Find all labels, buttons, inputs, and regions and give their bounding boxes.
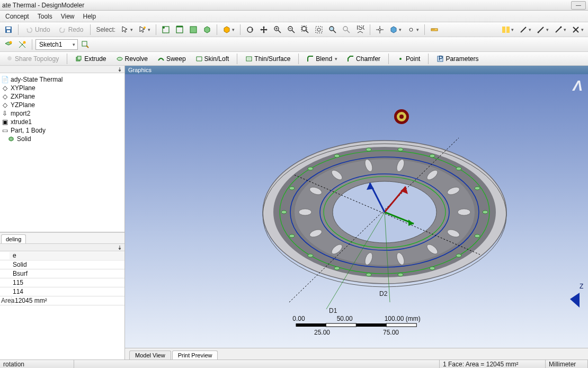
zoom-in-icon[interactable] bbox=[271, 24, 284, 36]
tree-item-solid[interactable]: Solid bbox=[0, 135, 124, 143]
graphics-viewport[interactable]: D1 D2 Λ Z 0.00 50.00 100.00 (mm) bbox=[125, 74, 588, 348]
new-plane-icon[interactable] bbox=[2, 39, 15, 50]
zoom-fit-icon[interactable] bbox=[299, 24, 311, 36]
line-tool-3-icon[interactable]: ▾ bbox=[552, 24, 568, 36]
sel-face-icon[interactable] bbox=[187, 24, 200, 36]
extrude-button[interactable]: Extrude bbox=[72, 54, 110, 64]
svg-point-17 bbox=[302, 27, 306, 31]
menu-help[interactable]: Help bbox=[79, 12, 101, 21]
look-at-icon[interactable] bbox=[373, 24, 386, 36]
undo-button[interactable]: Undo bbox=[22, 24, 54, 36]
menu-concept[interactable]: Concept bbox=[1, 12, 33, 21]
display-mode-icon[interactable]: ▾ bbox=[387, 24, 404, 36]
doc-icon: 📄 bbox=[1, 76, 8, 83]
svg-point-47 bbox=[23, 41, 26, 43]
display-plane-icon[interactable]: ▾ bbox=[405, 24, 421, 36]
svg-point-44 bbox=[10, 41, 12, 43]
tab-print-preview[interactable]: Print Preview bbox=[172, 351, 218, 360]
thin-surface-button[interactable]: Thin/Surface bbox=[242, 54, 294, 64]
cursor-icon[interactable]: ▾ bbox=[119, 24, 135, 36]
tree-item-parts[interactable]: ▭Part, 1 Body bbox=[0, 126, 124, 135]
sel-vertex-icon[interactable] bbox=[159, 24, 172, 36]
sketch-edit-icon[interactable] bbox=[79, 39, 92, 50]
zoom-sel-icon[interactable] bbox=[326, 24, 339, 36]
zoom-prev-icon[interactable] bbox=[340, 24, 353, 36]
pan-icon[interactable] bbox=[257, 24, 270, 36]
ruler-icon[interactable] bbox=[428, 24, 441, 36]
plane-toolbar: Sketch1 bbox=[0, 37, 588, 52]
pin-icon[interactable] bbox=[117, 67, 122, 72]
sweep-button[interactable]: Sweep bbox=[154, 54, 190, 64]
menu-tools[interactable]: Tools bbox=[33, 12, 57, 21]
view-triad[interactable]: Z bbox=[567, 283, 585, 311]
menu-view[interactable]: View bbox=[57, 12, 79, 21]
skinloft-label: Skin/Loft bbox=[204, 55, 229, 63]
rotate-icon[interactable] bbox=[244, 24, 256, 36]
cursor-new-icon[interactable]: ▾ bbox=[136, 24, 153, 36]
rotation-gizmo-icon[interactable] bbox=[394, 109, 409, 124]
sel-body-icon[interactable] bbox=[201, 24, 213, 36]
point-button[interactable]: Point bbox=[393, 54, 424, 64]
details-114[interactable]: 114 bbox=[10, 288, 124, 295]
details-solid[interactable]: Solid bbox=[10, 261, 124, 268]
tab-model-view[interactable]: Model View bbox=[129, 351, 171, 360]
svg-point-99 bbox=[430, 154, 435, 157]
sweep-label: Sweep bbox=[166, 55, 186, 63]
undo-label: Undo bbox=[35, 26, 50, 33]
svg-point-98 bbox=[398, 148, 403, 151]
tree-item-import[interactable]: ⇩mport2 bbox=[0, 109, 124, 118]
redo-label: Redo bbox=[68, 26, 84, 33]
svg-point-100 bbox=[456, 167, 461, 170]
zoom-box-icon[interactable] bbox=[313, 24, 325, 36]
tree-item-extrude1[interactable]: ▣xtrude1 bbox=[0, 118, 124, 126]
svg-rect-50 bbox=[77, 56, 81, 60]
scale-bar: 0.00 50.00 100.00 (mm) 25.00 75.00 bbox=[292, 315, 420, 336]
line-tool-2-icon[interactable]: ▾ bbox=[534, 24, 551, 36]
svg-rect-1 bbox=[6, 27, 11, 29]
tree-item-xyplane[interactable]: ◇XYPlane bbox=[0, 84, 124, 92]
svg-line-23 bbox=[333, 30, 336, 33]
redo-button[interactable]: Redo bbox=[55, 24, 87, 36]
chamfer-button[interactable]: Chamfer bbox=[343, 54, 384, 64]
svg-line-11 bbox=[278, 30, 281, 33]
zoom-out-icon[interactable] bbox=[285, 24, 298, 36]
plane-icon: ◇ bbox=[1, 93, 8, 100]
parts-icon: ▭ bbox=[1, 127, 8, 134]
pin-icon[interactable] bbox=[117, 245, 122, 250]
svg-rect-2 bbox=[7, 30, 10, 32]
tree-item-zxplane[interactable]: ◇ZXPlane bbox=[0, 92, 124, 101]
revolve-button[interactable]: Revolve bbox=[112, 54, 152, 64]
minimize-button[interactable]: — bbox=[571, 1, 586, 10]
line-tool-4-icon[interactable]: ▾ bbox=[569, 24, 586, 36]
new-sketch-icon[interactable] bbox=[16, 39, 29, 50]
blend-button[interactable]: Blend▾ bbox=[303, 54, 341, 64]
modeling-toolbar: Share Topology Extrude Revolve Sweep Ski… bbox=[0, 52, 588, 66]
outline-tree[interactable]: 📄ady-State Thermal ◇XYPlane ◇ZXPlane ◇YZ… bbox=[0, 73, 124, 232]
details-table: e Solid Bsurf 115 114 Area12045 mm² bbox=[0, 251, 124, 360]
parameters-button[interactable]: PParameters bbox=[433, 54, 482, 64]
tab-modeling[interactable]: deling bbox=[1, 234, 26, 243]
tree-item-yzplane[interactable]: ◇YZPlane bbox=[0, 101, 124, 109]
extend-sel-icon[interactable]: ▾ bbox=[220, 24, 237, 36]
line-tool-1-icon[interactable]: ▾ bbox=[517, 24, 533, 36]
svg-text:ISO: ISO bbox=[357, 25, 364, 31]
details-bsurf[interactable]: Bsurf bbox=[10, 270, 124, 277]
sel-edge-icon[interactable] bbox=[173, 24, 186, 36]
iso-view-icon[interactable]: ISO bbox=[354, 24, 367, 36]
svg-text:P: P bbox=[439, 55, 443, 62]
main-toolbar: Undo Redo Select: ▾ ▾ ▾ ISO ▾ ▾ ▾ ▾ ▾ ▾ … bbox=[0, 22, 588, 37]
tree-item-root[interactable]: 📄ady-State Thermal bbox=[0, 75, 124, 84]
details-115[interactable]: 115 bbox=[10, 279, 124, 286]
svg-point-87 bbox=[430, 267, 435, 270]
split-view-icon[interactable]: ▾ bbox=[500, 24, 516, 36]
svg-rect-48 bbox=[82, 41, 87, 46]
skinloft-button[interactable]: Skin/Loft bbox=[192, 54, 233, 64]
save-icon[interactable] bbox=[2, 24, 15, 36]
sketch-selected: Sketch1 bbox=[39, 41, 62, 48]
share-topology-button[interactable]: Share Topology bbox=[2, 54, 63, 64]
plane-icon: ◇ bbox=[1, 101, 8, 109]
menu-bar: Concept Tools View Help bbox=[0, 11, 588, 22]
graphics-title: Graphics bbox=[125, 66, 588, 74]
svg-point-5 bbox=[163, 27, 165, 29]
sketch-dropdown[interactable]: Sketch1 bbox=[35, 39, 78, 50]
